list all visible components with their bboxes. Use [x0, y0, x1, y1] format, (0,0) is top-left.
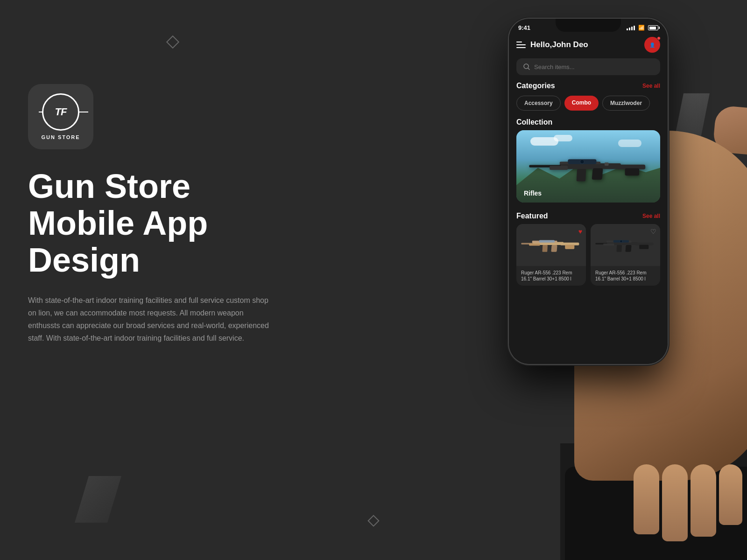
notification-dot: [657, 36, 661, 40]
phone-screen: 9:41 📶: [509, 19, 668, 364]
svg-rect-7: [592, 168, 603, 179]
svg-point-10: [580, 160, 585, 164]
categories-row: Accessory Combo Muzzlwoder: [509, 96, 668, 118]
logo-text: GUN STORE: [41, 134, 80, 140]
collection-title: Collection: [516, 118, 552, 126]
product-card-2-image: ♡: [591, 224, 660, 266]
svg-line-1: [528, 68, 529, 70]
collection-rifle: [527, 150, 649, 183]
collection-label: Rifles: [524, 189, 542, 197]
avatar-image: 👤: [649, 42, 655, 48]
product-card-1[interactable]: ♥: [516, 224, 586, 286]
categories-title: Categories: [516, 82, 555, 90]
svg-rect-3: [625, 168, 640, 175]
category-muzzlwoder[interactable]: Muzzlwoder: [602, 96, 650, 111]
cloud-2: [554, 135, 572, 141]
category-combo[interactable]: Combo: [564, 96, 599, 111]
search-icon: [523, 63, 530, 70]
decorative-diamond-top: [166, 35, 179, 49]
status-icons: 📶: [627, 25, 658, 31]
phone-notch: [556, 19, 621, 32]
logo-circle: TF: [42, 93, 79, 131]
svg-rect-4: [560, 163, 621, 169]
header-greeting: Hello,John Deo: [530, 40, 644, 49]
category-accessory[interactable]: Accessory: [516, 96, 561, 111]
svg-rect-20: [529, 244, 540, 246]
product-card-2-name: Ruger AR-556 .223 Rem 16.1" Barrel 30+1 …: [595, 270, 655, 282]
cloud-3: [618, 140, 641, 147]
svg-rect-12: [605, 162, 609, 166]
svg-rect-14: [565, 245, 575, 249]
left-content-area: TF GUN STORE Gun Store Mobile App Design…: [28, 84, 299, 344]
featured-see-all[interactable]: See all: [642, 213, 660, 219]
product-card-1-image: ♥: [516, 224, 586, 266]
app-header: Hello,John Deo 👤: [509, 33, 668, 58]
product-card-2[interactable]: ♡: [591, 224, 660, 286]
product-card-1-info: Ruger AR-556 .223 Rem 16.1" Barrel 30+1 …: [516, 266, 586, 286]
search-bar[interactable]: Search items...: [516, 58, 660, 75]
app-logo: TF GUN STORE: [28, 84, 93, 149]
main-title: Gun Store Mobile App Design: [28, 168, 299, 279]
svg-rect-21: [539, 240, 555, 242]
hamburger-menu-icon[interactable]: [516, 42, 526, 48]
categories-header: Categories See all: [509, 82, 668, 96]
avatar-button[interactable]: 👤: [644, 37, 660, 53]
product-card-2-info: Ruger AR-556 .223 Rem 16.1" Barrel 30+1 …: [591, 266, 660, 286]
categories-see-all[interactable]: See all: [642, 83, 660, 89]
product-card-1-name: Ruger AR-556 .223 Rem 16.1" Barrel 30+1 …: [521, 270, 581, 282]
decorative-shape-bottom-left: [75, 476, 121, 523]
svg-rect-19: [543, 245, 548, 252]
collection-image[interactable]: Rifles: [516, 130, 660, 203]
svg-rect-28: [617, 245, 622, 252]
svg-point-31: [620, 240, 622, 242]
svg-rect-29: [604, 244, 614, 246]
wifi-icon: 📶: [638, 25, 645, 31]
description-text: With state-of-the-art indoor training fa…: [28, 294, 271, 345]
svg-rect-27: [626, 245, 632, 252]
logo-icon: TF: [55, 106, 67, 118]
search-placeholder: Search items...: [534, 63, 575, 70]
featured-title: Featured: [516, 212, 548, 220]
svg-rect-18: [551, 245, 557, 252]
svg-rect-11: [550, 166, 568, 170]
svg-rect-23: [640, 245, 649, 249]
heart-icon-2[interactable]: ♡: [650, 228, 656, 235]
product-rifle-2: [594, 236, 656, 254]
search-container: Search items...: [509, 58, 668, 82]
svg-rect-8: [577, 169, 586, 181]
product-rifle-1: [520, 236, 582, 254]
signal-bars-icon: [627, 26, 635, 30]
featured-header: Featured See all: [509, 210, 668, 224]
featured-cards: ♥: [509, 224, 668, 286]
phone-container: 9:41 📶: [327, 0, 747, 560]
collection-header: Collection: [509, 118, 668, 130]
heart-icon-1[interactable]: ♥: [578, 228, 582, 235]
battery-icon: [648, 25, 658, 30]
phone-device: 9:41 📶: [509, 19, 668, 364]
status-time: 9:41: [518, 24, 530, 31]
